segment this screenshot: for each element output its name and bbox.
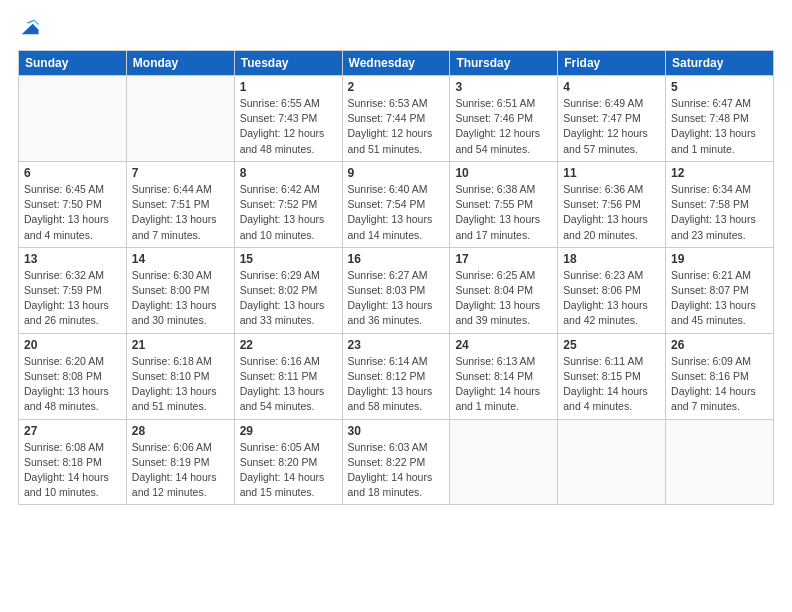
day-info: Sunrise: 6:32 AM Sunset: 7:59 PM Dayligh… — [24, 268, 121, 329]
day-number: 25 — [563, 338, 660, 352]
day-info: Sunrise: 6:36 AM Sunset: 7:56 PM Dayligh… — [563, 182, 660, 243]
day-info: Sunrise: 6:14 AM Sunset: 8:12 PM Dayligh… — [348, 354, 445, 415]
header — [18, 18, 774, 40]
weekday-header-monday: Monday — [126, 51, 234, 76]
weekday-header-row: SundayMondayTuesdayWednesdayThursdayFrid… — [19, 51, 774, 76]
logo-icon — [18, 18, 40, 40]
day-info: Sunrise: 6:55 AM Sunset: 7:43 PM Dayligh… — [240, 96, 337, 157]
day-number: 13 — [24, 252, 121, 266]
day-info: Sunrise: 6:11 AM Sunset: 8:15 PM Dayligh… — [563, 354, 660, 415]
day-number: 21 — [132, 338, 229, 352]
day-info: Sunrise: 6:30 AM Sunset: 8:00 PM Dayligh… — [132, 268, 229, 329]
calendar-cell: 4Sunrise: 6:49 AM Sunset: 7:47 PM Daylig… — [558, 76, 666, 162]
day-info: Sunrise: 6:25 AM Sunset: 8:04 PM Dayligh… — [455, 268, 552, 329]
calendar-cell: 23Sunrise: 6:14 AM Sunset: 8:12 PM Dayli… — [342, 333, 450, 419]
day-number: 27 — [24, 424, 121, 438]
calendar-cell: 3Sunrise: 6:51 AM Sunset: 7:46 PM Daylig… — [450, 76, 558, 162]
svg-marker-0 — [22, 24, 39, 34]
calendar-week-row: 13Sunrise: 6:32 AM Sunset: 7:59 PM Dayli… — [19, 247, 774, 333]
day-number: 3 — [455, 80, 552, 94]
calendar-cell: 8Sunrise: 6:42 AM Sunset: 7:52 PM Daylig… — [234, 161, 342, 247]
calendar-cell: 12Sunrise: 6:34 AM Sunset: 7:58 PM Dayli… — [666, 161, 774, 247]
calendar-cell: 29Sunrise: 6:05 AM Sunset: 8:20 PM Dayli… — [234, 419, 342, 505]
weekday-header-thursday: Thursday — [450, 51, 558, 76]
day-info: Sunrise: 6:51 AM Sunset: 7:46 PM Dayligh… — [455, 96, 552, 157]
day-number: 29 — [240, 424, 337, 438]
day-info: Sunrise: 6:23 AM Sunset: 8:06 PM Dayligh… — [563, 268, 660, 329]
day-info: Sunrise: 6:53 AM Sunset: 7:44 PM Dayligh… — [348, 96, 445, 157]
calendar-cell: 2Sunrise: 6:53 AM Sunset: 7:44 PM Daylig… — [342, 76, 450, 162]
day-number: 18 — [563, 252, 660, 266]
weekday-header-wednesday: Wednesday — [342, 51, 450, 76]
day-info: Sunrise: 6:27 AM Sunset: 8:03 PM Dayligh… — [348, 268, 445, 329]
calendar-cell: 28Sunrise: 6:06 AM Sunset: 8:19 PM Dayli… — [126, 419, 234, 505]
calendar-cell: 9Sunrise: 6:40 AM Sunset: 7:54 PM Daylig… — [342, 161, 450, 247]
day-number: 17 — [455, 252, 552, 266]
day-number: 11 — [563, 166, 660, 180]
day-info: Sunrise: 6:08 AM Sunset: 8:18 PM Dayligh… — [24, 440, 121, 501]
day-number: 23 — [348, 338, 445, 352]
page: SundayMondayTuesdayWednesdayThursdayFrid… — [0, 0, 792, 612]
day-info: Sunrise: 6:21 AM Sunset: 8:07 PM Dayligh… — [671, 268, 768, 329]
calendar-cell: 19Sunrise: 6:21 AM Sunset: 8:07 PM Dayli… — [666, 247, 774, 333]
day-number: 6 — [24, 166, 121, 180]
day-number: 19 — [671, 252, 768, 266]
day-number: 9 — [348, 166, 445, 180]
day-info: Sunrise: 6:20 AM Sunset: 8:08 PM Dayligh… — [24, 354, 121, 415]
day-number: 7 — [132, 166, 229, 180]
day-number: 5 — [671, 80, 768, 94]
day-number: 2 — [348, 80, 445, 94]
calendar-cell: 30Sunrise: 6:03 AM Sunset: 8:22 PM Dayli… — [342, 419, 450, 505]
weekday-header-friday: Friday — [558, 51, 666, 76]
day-number: 15 — [240, 252, 337, 266]
calendar-cell: 25Sunrise: 6:11 AM Sunset: 8:15 PM Dayli… — [558, 333, 666, 419]
calendar-cell: 22Sunrise: 6:16 AM Sunset: 8:11 PM Dayli… — [234, 333, 342, 419]
logo — [18, 18, 42, 40]
day-info: Sunrise: 6:45 AM Sunset: 7:50 PM Dayligh… — [24, 182, 121, 243]
calendar-cell: 15Sunrise: 6:29 AM Sunset: 8:02 PM Dayli… — [234, 247, 342, 333]
day-info: Sunrise: 6:05 AM Sunset: 8:20 PM Dayligh… — [240, 440, 337, 501]
day-info: Sunrise: 6:16 AM Sunset: 8:11 PM Dayligh… — [240, 354, 337, 415]
calendar-cell: 26Sunrise: 6:09 AM Sunset: 8:16 PM Dayli… — [666, 333, 774, 419]
calendar-cell: 16Sunrise: 6:27 AM Sunset: 8:03 PM Dayli… — [342, 247, 450, 333]
day-number: 30 — [348, 424, 445, 438]
calendar-cell: 14Sunrise: 6:30 AM Sunset: 8:00 PM Dayli… — [126, 247, 234, 333]
weekday-header-sunday: Sunday — [19, 51, 127, 76]
day-number: 22 — [240, 338, 337, 352]
calendar-cell: 24Sunrise: 6:13 AM Sunset: 8:14 PM Dayli… — [450, 333, 558, 419]
day-number: 12 — [671, 166, 768, 180]
day-number: 28 — [132, 424, 229, 438]
calendar-cell — [19, 76, 127, 162]
calendar-cell: 1Sunrise: 6:55 AM Sunset: 7:43 PM Daylig… — [234, 76, 342, 162]
day-info: Sunrise: 6:29 AM Sunset: 8:02 PM Dayligh… — [240, 268, 337, 329]
day-number: 24 — [455, 338, 552, 352]
day-info: Sunrise: 6:13 AM Sunset: 8:14 PM Dayligh… — [455, 354, 552, 415]
day-number: 8 — [240, 166, 337, 180]
calendar-cell: 6Sunrise: 6:45 AM Sunset: 7:50 PM Daylig… — [19, 161, 127, 247]
calendar-cell: 7Sunrise: 6:44 AM Sunset: 7:51 PM Daylig… — [126, 161, 234, 247]
calendar-cell: 5Sunrise: 6:47 AM Sunset: 7:48 PM Daylig… — [666, 76, 774, 162]
calendar-cell: 13Sunrise: 6:32 AM Sunset: 7:59 PM Dayli… — [19, 247, 127, 333]
calendar-cell: 27Sunrise: 6:08 AM Sunset: 8:18 PM Dayli… — [19, 419, 127, 505]
day-info: Sunrise: 6:49 AM Sunset: 7:47 PM Dayligh… — [563, 96, 660, 157]
day-number: 4 — [563, 80, 660, 94]
day-number: 20 — [24, 338, 121, 352]
day-number: 26 — [671, 338, 768, 352]
day-info: Sunrise: 6:03 AM Sunset: 8:22 PM Dayligh… — [348, 440, 445, 501]
calendar-week-row: 27Sunrise: 6:08 AM Sunset: 8:18 PM Dayli… — [19, 419, 774, 505]
calendar-cell — [450, 419, 558, 505]
calendar-week-row: 6Sunrise: 6:45 AM Sunset: 7:50 PM Daylig… — [19, 161, 774, 247]
day-number: 16 — [348, 252, 445, 266]
calendar-cell: 20Sunrise: 6:20 AM Sunset: 8:08 PM Dayli… — [19, 333, 127, 419]
day-info: Sunrise: 6:38 AM Sunset: 7:55 PM Dayligh… — [455, 182, 552, 243]
calendar-cell: 10Sunrise: 6:38 AM Sunset: 7:55 PM Dayli… — [450, 161, 558, 247]
calendar-cell: 17Sunrise: 6:25 AM Sunset: 8:04 PM Dayli… — [450, 247, 558, 333]
calendar-week-row: 1Sunrise: 6:55 AM Sunset: 7:43 PM Daylig… — [19, 76, 774, 162]
calendar-cell — [666, 419, 774, 505]
calendar-cell: 21Sunrise: 6:18 AM Sunset: 8:10 PM Dayli… — [126, 333, 234, 419]
day-number: 14 — [132, 252, 229, 266]
calendar-week-row: 20Sunrise: 6:20 AM Sunset: 8:08 PM Dayli… — [19, 333, 774, 419]
day-info: Sunrise: 6:44 AM Sunset: 7:51 PM Dayligh… — [132, 182, 229, 243]
day-info: Sunrise: 6:06 AM Sunset: 8:19 PM Dayligh… — [132, 440, 229, 501]
calendar-cell: 18Sunrise: 6:23 AM Sunset: 8:06 PM Dayli… — [558, 247, 666, 333]
